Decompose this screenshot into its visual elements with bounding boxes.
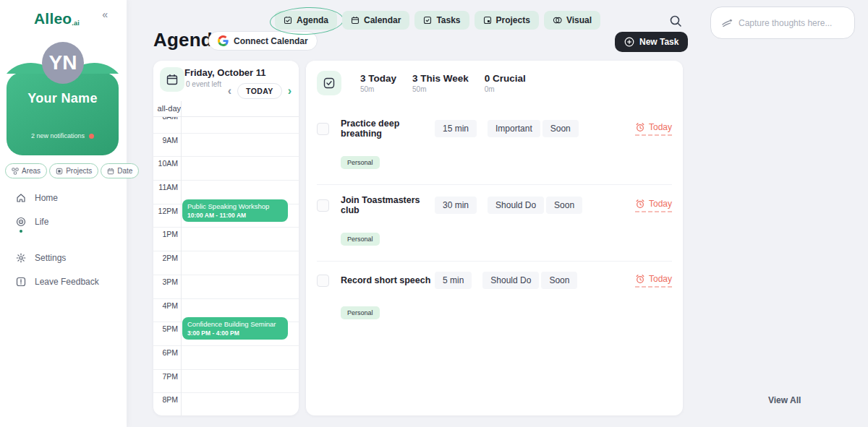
google-icon: [218, 35, 229, 46]
task-checkbox[interactable]: [317, 275, 329, 287]
hour-row[interactable]: 2PM: [153, 251, 299, 275]
task-duration-chip[interactable]: 5 min: [435, 272, 472, 289]
life-indicator-dot: [20, 230, 22, 233]
projects-icon: [56, 168, 63, 175]
areas-icon: [12, 168, 19, 175]
task-title: Record short speech: [341, 275, 435, 285]
view-all-link[interactable]: View All: [768, 395, 801, 405]
plus-circle-icon: [624, 37, 634, 47]
next-day-icon[interactable]: ›: [288, 85, 292, 97]
task-title: Practice deep breathing: [341, 118, 435, 139]
calendar-nav: ‹ TODAY ›: [228, 83, 292, 99]
stat-this-week: 3 This Week 50m: [412, 73, 469, 93]
home-icon: [16, 193, 26, 203]
stat-today: 3 Today 50m: [360, 73, 396, 93]
gear-icon: [16, 253, 26, 263]
hour-row[interactable]: 6PM: [153, 346, 299, 370]
task-due[interactable]: Today: [635, 199, 672, 212]
new-task-label: New Task: [639, 37, 678, 47]
logo-suffix: .ai: [72, 20, 80, 27]
task-tag[interactable]: Personal: [341, 156, 380, 169]
tab-agenda[interactable]: Agenda: [275, 11, 337, 30]
events-left: 0 event left: [186, 80, 221, 88]
hour-label: 12PM: [153, 207, 178, 215]
agenda-icon: [284, 16, 292, 25]
hour-row[interactable]: 1PM: [153, 228, 299, 251]
calendar-date: Friday, October 11: [184, 67, 265, 78]
prev-day-icon[interactable]: ‹: [228, 85, 231, 97]
all-day-row[interactable]: all-day: [153, 101, 299, 117]
sidebar-item-settings[interactable]: Settings: [16, 251, 117, 264]
task-priority-chip[interactable]: Should Do: [482, 272, 539, 289]
hour-row[interactable]: 9AM: [153, 134, 299, 158]
task-title: Join Toastmasters club: [341, 195, 435, 215]
task-due-label: Today: [649, 122, 672, 132]
hour-row[interactable]: 10AM: [153, 157, 299, 181]
task-priority-chip[interactable]: Important: [488, 120, 540, 137]
calendar-event[interactable]: Public Speaking Workshop 10:00 AM - 11:0…: [182, 199, 288, 222]
sidebar-collapse-icon[interactable]: «: [102, 9, 108, 20]
sidebar-item-leave-feedback[interactable]: Leave Feedback: [16, 275, 117, 288]
capture-thoughts-box: [710, 7, 855, 39]
sidebar-menu: Home Life Settings Leave Feedback: [16, 191, 117, 299]
sidebar-item-home[interactable]: Home: [16, 191, 117, 204]
filter-date[interactable]: Date: [101, 163, 139, 178]
task-when-chip[interactable]: Soon: [542, 120, 579, 137]
event-title: Public Speaking Workshop: [187, 202, 283, 211]
filter-projects[interactable]: Projects: [49, 163, 98, 178]
alarm-icon: [635, 199, 645, 209]
all-day-label: all-day: [158, 104, 181, 113]
sidebar-item-life[interactable]: Life: [16, 215, 117, 228]
stat-count: 3 This Week: [412, 73, 469, 84]
task-due-label: Today: [649, 199, 672, 209]
today-button[interactable]: TODAY: [237, 83, 282, 99]
task-tag[interactable]: Personal: [341, 233, 380, 246]
tab-visual[interactable]: Visual: [544, 11, 600, 30]
filter-areas[interactable]: Areas: [5, 163, 47, 178]
grid-icon: [483, 16, 492, 25]
task-duration-chip[interactable]: 15 min: [435, 120, 477, 137]
calendar-time-grid: 8AM 9AM 10AM 11AM 12PM 1PM 2PM 3PM 4PM 5…: [153, 101, 299, 415]
task-row: Join Toastmasters club 30 min Should Do …: [317, 185, 672, 262]
target-icon: [16, 217, 26, 227]
new-task-button[interactable]: New Task: [615, 32, 688, 52]
hour-row[interactable]: 7PM: [153, 370, 299, 394]
task-when-chip[interactable]: Soon: [546, 197, 582, 214]
tab-tasks[interactable]: Tasks: [414, 11, 469, 30]
task-due[interactable]: Today: [635, 274, 672, 288]
filter-areas-label: Areas: [22, 167, 41, 175]
stat-duration: 50m: [412, 85, 469, 93]
calendar-panel-icon: [160, 67, 184, 92]
avatar-initials: YN: [49, 51, 77, 74]
task-checkbox[interactable]: [317, 199, 329, 212]
task-due[interactable]: Today: [635, 122, 672, 136]
hour-label: 11AM: [153, 183, 178, 191]
calendar-event[interactable]: Confidence Building Seminar 3:00 PM - 4:…: [182, 317, 288, 340]
task-duration-chip[interactable]: 30 min: [435, 197, 477, 214]
event-title: Confidence Building Seminar: [187, 320, 283, 329]
hour-row[interactable]: 3PM: [153, 275, 299, 299]
task-when-chip[interactable]: Soon: [541, 272, 577, 289]
tab-calendar[interactable]: Calendar: [342, 11, 409, 30]
notifications-label: 2 new notifications: [31, 132, 85, 139]
hour-label: 6PM: [153, 348, 178, 357]
tasks-summary: 3 Today 50m 3 This Week 50m 0 Crucial 0m: [317, 71, 542, 95]
hour-label: 8PM: [153, 395, 178, 404]
avatar[interactable]: YN: [42, 42, 84, 84]
hour-label: 7PM: [153, 372, 178, 381]
notifications[interactable]: 2 new notifications: [7, 132, 119, 139]
task-priority-chip[interactable]: Should Do: [488, 197, 544, 214]
capture-thoughts-input[interactable]: [739, 18, 840, 28]
profile-card: Your Name 2 new notifications: [7, 72, 119, 155]
sidebar-filters: Areas Projects Date: [5, 163, 139, 178]
search-icon[interactable]: [668, 14, 683, 28]
tab-projects[interactable]: Projects: [475, 11, 539, 30]
connect-calendar-button[interactable]: Connect Calendar: [208, 31, 318, 51]
hour-row[interactable]: 8PM: [153, 393, 299, 415]
hour-label: 4PM: [153, 301, 178, 310]
task-tag[interactable]: Personal: [341, 306, 380, 319]
task-checkbox[interactable]: [317, 123, 329, 135]
hour-label: 9AM: [153, 136, 178, 145]
tab-label: Calendar: [364, 15, 401, 25]
user-name: Your Name: [7, 91, 119, 106]
